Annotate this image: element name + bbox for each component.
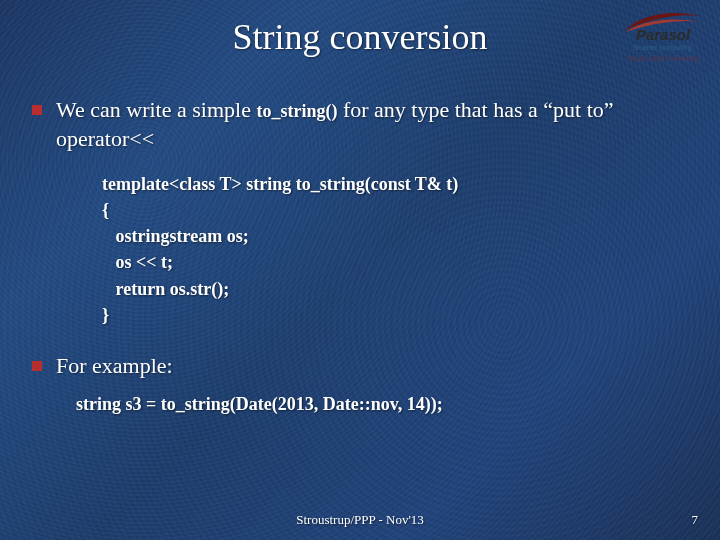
logo-subline: Texas A&M University (618, 54, 708, 63)
bullet-marker-icon (32, 361, 42, 371)
bullet-2-text: For example: (56, 352, 173, 381)
bullet-1-pre: We can write a simple (56, 97, 256, 122)
content-area: We can write a simple to_string() for an… (32, 96, 688, 415)
bullet-1-code: to_string() (256, 101, 337, 121)
logo: Parasol Smarter computing. Texas A&M Uni… (618, 10, 708, 63)
bullet-2-pre: For example: (56, 353, 173, 378)
code-block-1: template<class T> string to_string(const… (102, 171, 688, 328)
bullet-1-text: We can write a simple to_string() for an… (56, 96, 688, 153)
bullet-2: For example: (32, 352, 688, 381)
slide-title: String conversion (0, 16, 720, 58)
slide: String conversion Parasol Smarter comput… (0, 0, 720, 540)
bullet-1: We can write a simple to_string() for an… (32, 96, 688, 153)
logo-tagline: Smarter computing. (618, 44, 708, 51)
footer-text: Stroustrup/PPP - Nov'13 (0, 512, 720, 528)
page-number: 7 (692, 512, 699, 528)
code-block-2: string s3 = to_string(Date(2013, Date::n… (76, 394, 688, 415)
bullet-marker-icon (32, 105, 42, 115)
